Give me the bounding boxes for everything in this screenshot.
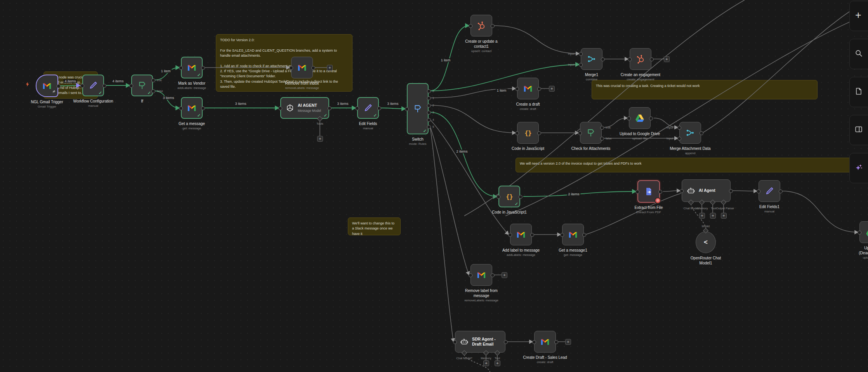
node-workflow-configuration[interactable]: ✓ <box>82 75 104 96</box>
connector-port[interactable] <box>677 126 681 130</box>
connector-port[interactable] <box>858 231 861 235</box>
connection-edge[interactable] <box>430 127 453 342</box>
connector-port[interactable] <box>579 63 583 67</box>
connector-port[interactable] <box>700 131 703 135</box>
node-code-in-javascript[interactable]: {} <box>517 122 539 144</box>
add-node-plus-button[interactable]: + <box>710 213 716 219</box>
sidebar-sparkles-button[interactable] <box>849 153 868 183</box>
add-node-plus-button[interactable]: + <box>699 213 705 219</box>
connector-port[interactable] <box>311 66 315 70</box>
connector-port[interactable] <box>530 233 534 237</box>
connector-port[interactable] <box>469 24 472 28</box>
connector-port[interactable] <box>427 96 431 100</box>
connector-port[interactable] <box>328 106 332 110</box>
connector-port[interactable] <box>278 106 282 110</box>
connector-port[interactable] <box>600 126 604 130</box>
node-remove-from-inbox[interactable] <box>291 57 313 78</box>
connector-port[interactable] <box>453 340 457 344</box>
connector-port[interactable] <box>129 84 133 88</box>
sidebar-plus-button[interactable]: + <box>849 1 868 31</box>
connector-port[interactable] <box>427 89 431 93</box>
node-edit-fields[interactable]: ✓ <box>357 97 379 119</box>
sidebar-columns-button[interactable] <box>849 115 868 145</box>
connection-edge[interactable] <box>430 64 579 91</box>
sidebar-search-button[interactable] <box>849 39 868 69</box>
connector-port[interactable] <box>80 84 84 88</box>
add-node-plus-button[interactable]: + <box>502 272 507 278</box>
node-merge-attachment-data[interactable] <box>679 122 701 144</box>
connector-port[interactable] <box>600 137 604 141</box>
connector-port[interactable] <box>650 57 654 61</box>
node-upload-to-google-drive[interactable] <box>629 107 651 129</box>
connector-port[interactable] <box>496 195 500 199</box>
connector-port[interactable] <box>729 189 733 193</box>
node-create-draft-sales-lead[interactable] <box>534 331 556 353</box>
add-node-plus-button[interactable]: + <box>327 65 333 71</box>
connector-port[interactable] <box>427 118 431 122</box>
connector-port[interactable] <box>628 57 632 61</box>
connector-port[interactable] <box>579 52 583 56</box>
connector-port[interactable] <box>377 106 381 110</box>
connection-edge[interactable] <box>380 108 405 109</box>
node-ai-agent[interactable]: AI Agent <box>682 179 731 202</box>
node-switch[interactable]: ✓ <box>407 83 429 134</box>
connector-port[interactable] <box>554 340 558 344</box>
connection-edge[interactable] <box>60 85 80 86</box>
connector-port[interactable] <box>405 107 409 111</box>
connector-port[interactable] <box>627 116 631 120</box>
node-openrouter-chat-model1[interactable]: < <box>696 231 716 253</box>
connector-port[interactable] <box>491 273 495 277</box>
connector-port[interactable] <box>151 78 155 82</box>
connector-port[interactable] <box>515 87 519 91</box>
connector-port[interactable] <box>658 190 662 194</box>
node-get-a-message[interactable]: ✓ <box>181 97 203 119</box>
connector-port[interactable] <box>491 24 495 28</box>
connector-port[interactable] <box>677 137 681 141</box>
add-node-plus-button[interactable]: + <box>565 339 571 345</box>
connection-edge[interactable] <box>703 6 858 133</box>
connector-port[interactable] <box>757 189 760 193</box>
connector-port[interactable] <box>355 106 359 110</box>
sidebar-document-button[interactable] <box>849 77 868 107</box>
connector-port[interactable] <box>102 84 106 88</box>
node-create-a-draft[interactable] <box>517 78 539 99</box>
connector-port[interactable] <box>537 131 541 135</box>
add-node-plus-button[interactable]: + <box>549 86 555 92</box>
connection-edge[interactable] <box>430 127 469 275</box>
connector-port[interactable] <box>515 131 519 135</box>
workflow-canvas[interactable]: + The IF node was crucial to ...e and en… <box>0 0 868 372</box>
connector-port[interactable] <box>151 89 155 93</box>
node-if[interactable]: ✓ <box>131 75 153 96</box>
connector-port[interactable] <box>469 273 472 277</box>
node-ngl-gmail-trigger[interactable] <box>36 75 58 97</box>
connector-port[interactable] <box>519 195 523 199</box>
connector-port[interactable] <box>201 106 205 110</box>
node-edit-fields1[interactable] <box>759 180 780 202</box>
node-sdr-agent-draft-email[interactable]: SDR Agent - Draft Email <box>455 331 505 353</box>
connector-port[interactable] <box>532 340 536 344</box>
connection-edge[interactable] <box>430 112 497 196</box>
connector-port[interactable] <box>57 84 61 88</box>
node-create-an-engagement[interactable] <box>630 48 651 70</box>
connector-port[interactable] <box>508 233 512 237</box>
connector-port[interactable] <box>201 66 205 70</box>
connector-port[interactable] <box>582 233 586 237</box>
node-code-in-javascript1[interactable]: {}✓ <box>498 186 520 207</box>
node-merge1[interactable] <box>581 48 602 70</box>
connector-port[interactable] <box>635 190 639 194</box>
node-check-for-attachments[interactable] <box>580 122 602 144</box>
connector-port[interactable] <box>427 111 431 115</box>
connector-port[interactable] <box>537 87 541 91</box>
connection-edge[interactable] <box>732 191 757 191</box>
connector-port[interactable] <box>427 104 431 108</box>
connector-port[interactable] <box>680 189 684 193</box>
connector-port[interactable] <box>601 57 605 61</box>
connector-port[interactable] <box>578 131 582 135</box>
add-node-plus-button[interactable]: + <box>483 360 489 366</box>
node-mark-as-vendor[interactable]: ✓ <box>181 57 203 78</box>
node-create-or-update-a-contact1[interactable] <box>470 15 492 37</box>
add-node-plus-button[interactable]: + <box>495 360 500 366</box>
add-node-plus-button[interactable]: + <box>721 213 727 219</box>
node-ai-agent-message[interactable]: AI AGENTMessage Model✓ <box>280 97 329 119</box>
add-node-plus-button[interactable]: + <box>664 56 670 62</box>
